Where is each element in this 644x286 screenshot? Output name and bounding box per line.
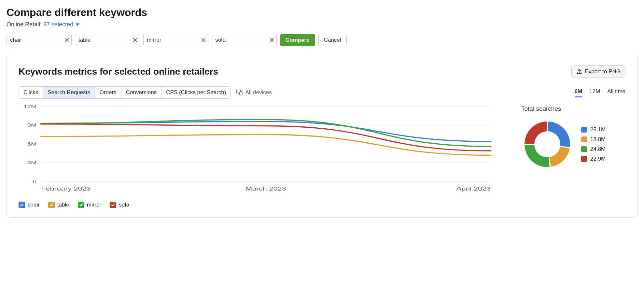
- svg-text:April 2023: April 2023: [456, 185, 491, 192]
- donut-title: Total searches: [521, 105, 625, 112]
- svg-text:March 2023: March 2023: [246, 185, 286, 192]
- legend-checkbox-table[interactable]: [48, 202, 55, 208]
- donut-area: Total searches 25.1M18.8M24.8M22.9M: [521, 103, 625, 170]
- compare-button[interactable]: Compare: [280, 34, 315, 46]
- series-mirror: [41, 120, 491, 146]
- keyword-input-wrap-1: [75, 34, 140, 46]
- legend-checkbox-sofa[interactable]: [110, 202, 116, 208]
- legend-checkbox-mirror[interactable]: [78, 202, 84, 208]
- devices-label: All devices: [245, 89, 272, 96]
- svg-rect-1: [240, 92, 242, 95]
- donut-legend-item-table: 18.8M: [581, 136, 606, 143]
- donut-chart: [521, 118, 573, 170]
- donut-swatch-sofa: [581, 156, 587, 162]
- clear-input-icon[interactable]: [201, 38, 206, 42]
- keyword-input-wrap-2: [143, 34, 208, 46]
- donut-legend-label-sofa: 22.9M: [590, 156, 606, 162]
- line-legend: chairtablemirrorsofa: [19, 202, 495, 208]
- keyword-row: Compare Cancel: [7, 34, 637, 46]
- time-tab-1[interactable]: 12M: [589, 88, 600, 97]
- metric-tab-1[interactable]: Search Requests: [43, 87, 95, 98]
- clear-input-icon[interactable]: [64, 38, 69, 42]
- clear-input-icon[interactable]: [270, 38, 274, 42]
- legend-item-sofa[interactable]: sofa: [110, 202, 129, 208]
- donut-legend-label-mirror: 24.8M: [590, 146, 606, 152]
- cancel-button[interactable]: Cancel: [318, 34, 347, 46]
- donut-legend: 25.1M18.8M24.8M22.9M: [581, 126, 606, 162]
- line-chart: 03M6M9M12MFebruary 2023March 2023April 2…: [19, 103, 495, 194]
- keyword-input-1[interactable]: [75, 34, 140, 46]
- donut-flex: 25.1M18.8M24.8M22.9M: [521, 118, 625, 170]
- metric-segmented: ClicksSearch RequestsOrdersConversionsCP…: [19, 86, 231, 99]
- donut-legend-label-chair: 25.1M: [590, 126, 606, 133]
- legend-label-chair: chair: [28, 202, 40, 208]
- metrics-card: Keywords metrics for selected online ret…: [7, 55, 637, 218]
- donut-slice-table: [549, 147, 569, 167]
- metric-tab-4[interactable]: CPS (Clicks per Search): [161, 87, 231, 98]
- series-table: [41, 135, 491, 155]
- donut-slice-chair: [548, 122, 570, 147]
- export-label: Export to PNG: [585, 68, 621, 75]
- controls-row: ClicksSearch RequestsOrdersConversionsCP…: [19, 86, 625, 99]
- chart-flex: 03M6M9M12MFebruary 2023March 2023April 2…: [19, 103, 625, 208]
- donut-legend-label-table: 18.8M: [590, 136, 606, 143]
- svg-text:6M: 6M: [27, 141, 36, 147]
- clear-input-icon[interactable]: [133, 38, 137, 42]
- subtitle-row: Online Retail: 37 selected: [7, 21, 637, 28]
- chevron-down-icon: [75, 23, 80, 26]
- keyword-input-2[interactable]: [143, 34, 208, 46]
- legend-label-mirror: mirror: [87, 202, 101, 208]
- svg-text:12M: 12M: [23, 104, 36, 109]
- metric-tab-2[interactable]: Orders: [95, 87, 121, 98]
- donut-swatch-chair: [581, 127, 587, 133]
- export-icon: [576, 69, 582, 75]
- metric-tab-0[interactable]: Clicks: [19, 87, 43, 98]
- donut-slice-sofa: [525, 122, 547, 144]
- series-sofa: [41, 124, 491, 151]
- time-tab-0[interactable]: 6M: [575, 88, 582, 97]
- devices-icon: [236, 90, 243, 95]
- donut-legend-item-sofa: 22.9M: [581, 156, 606, 162]
- svg-text:9M: 9M: [27, 122, 36, 128]
- legend-item-table[interactable]: table: [48, 202, 69, 208]
- card-title: Keywords metrics for selected online ret…: [19, 66, 218, 77]
- svg-text:3M: 3M: [27, 160, 36, 165]
- legend-checkbox-chair[interactable]: [19, 202, 25, 208]
- export-png-button[interactable]: Export to PNG: [571, 65, 625, 78]
- keyword-input-3[interactable]: [212, 34, 277, 46]
- time-tab-2[interactable]: All time: [607, 88, 625, 97]
- keyword-input-wrap-3: [212, 34, 277, 46]
- donut-swatch-mirror: [581, 146, 587, 152]
- donut-slice-mirror: [525, 145, 550, 167]
- donut-legend-item-mirror: 24.8M: [581, 146, 606, 152]
- time-tabs: 6M12MAll time: [575, 88, 625, 97]
- donut-legend-item-chair: 25.1M: [581, 126, 606, 133]
- page-title: Compare different keywords: [7, 7, 637, 19]
- keyword-input-wrap-0: [7, 34, 72, 46]
- legend-label-table: table: [57, 202, 69, 208]
- subtitle-link-text: 37 selected: [43, 21, 73, 28]
- left-controls: ClicksSearch RequestsOrdersConversionsCP…: [19, 86, 272, 99]
- metric-tab-3[interactable]: Conversions: [121, 87, 162, 98]
- card-header-row: Keywords metrics for selected online ret…: [19, 65, 625, 78]
- legend-label-sofa: sofa: [119, 202, 129, 208]
- line-chart-area: 03M6M9M12MFebruary 2023March 2023April 2…: [19, 103, 495, 208]
- subtitle-label: Online Retail:: [7, 21, 42, 28]
- subtitle-link[interactable]: 37 selected: [43, 21, 80, 28]
- legend-item-mirror[interactable]: mirror: [78, 202, 101, 208]
- svg-text:0: 0: [33, 179, 37, 184]
- devices-control[interactable]: All devices: [236, 89, 272, 96]
- legend-item-chair[interactable]: chair: [19, 202, 40, 208]
- donut-swatch-table: [581, 136, 587, 142]
- svg-text:February 2023: February 2023: [41, 185, 91, 192]
- keyword-input-0[interactable]: [7, 34, 72, 46]
